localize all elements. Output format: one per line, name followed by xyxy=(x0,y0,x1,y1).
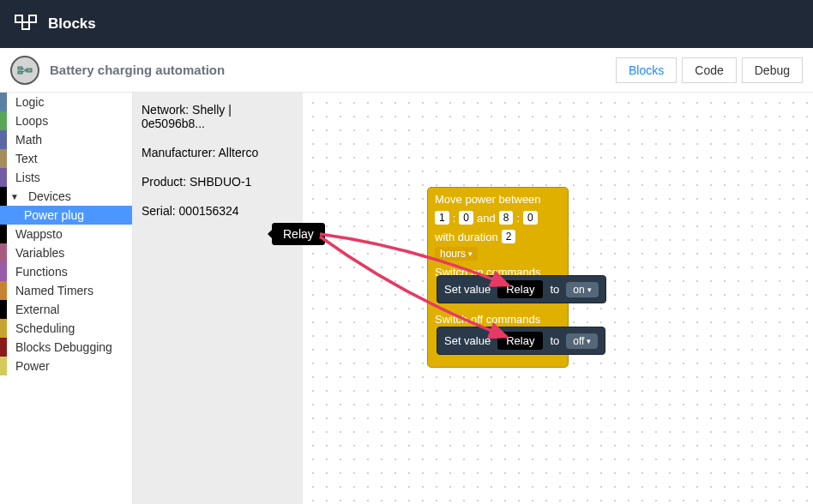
and-label: and xyxy=(477,212,496,225)
setval-to: to xyxy=(550,334,559,347)
category-color-indicator xyxy=(0,319,7,338)
duration-value-input[interactable]: 2 xyxy=(502,230,516,243)
sidebar-item-variables[interactable]: Variables xyxy=(0,243,132,262)
setval-prefix: Set value xyxy=(444,334,491,347)
switch-off-label: Switch off commands xyxy=(435,313,561,326)
sidebar-item-label: Power plug xyxy=(9,208,84,222)
sidebar-item-label: Functions xyxy=(9,265,68,279)
sidebar-item-blocks-debugging[interactable]: Blocks Debugging xyxy=(0,338,132,357)
tab-debug[interactable]: Debug xyxy=(742,57,803,83)
set-value-off-block[interactable]: Set value Relay to off xyxy=(437,327,605,355)
svg-rect-0 xyxy=(15,15,22,22)
sidebar-item-logic[interactable]: Logic xyxy=(0,93,132,111)
main-area: LogicLoopsMathTextLists▼DevicesPower plu… xyxy=(0,93,813,504)
sidebar-item-power-plug[interactable]: Power plug xyxy=(0,206,132,225)
setval-on-value-select[interactable]: on xyxy=(566,282,598,297)
time1-hour-input[interactable]: 1 xyxy=(435,211,449,225)
category-color-indicator xyxy=(0,111,7,130)
sidebar-item-external[interactable]: External xyxy=(0,300,132,319)
chevron-down-icon: ▼ xyxy=(10,192,19,201)
tab-blocks[interactable]: Blocks xyxy=(616,57,677,83)
sidebar-item-label: Variables xyxy=(9,246,64,260)
svg-rect-3 xyxy=(18,67,22,69)
time2-hour-input[interactable]: 8 xyxy=(499,211,514,225)
detail-network: Network: Shelly | 0e5096b8... xyxy=(142,103,294,130)
category-color-indicator xyxy=(0,130,7,149)
time2-min-input[interactable]: 0 xyxy=(523,211,538,225)
detail-manufacturer: Manufacturer: Allterco xyxy=(142,146,294,159)
category-color-indicator xyxy=(0,149,7,168)
setval-off-value-select[interactable]: off xyxy=(566,333,598,349)
sidebar-item-power[interactable]: Power xyxy=(0,357,132,375)
sidebar-item-text[interactable]: Text xyxy=(0,149,132,168)
category-color-indicator xyxy=(0,262,7,281)
tab-code[interactable]: Code xyxy=(682,57,736,83)
duration-unit-select[interactable]: hours xyxy=(435,247,478,261)
sidebar-item-label: Blocks Debugging xyxy=(9,340,112,354)
relay-source-block[interactable]: Relay xyxy=(272,223,325,245)
sidebar-item-label: Devices xyxy=(21,189,71,203)
svg-rect-5 xyxy=(27,69,32,72)
category-sidebar: LogicLoopsMathTextLists▼DevicesPower plu… xyxy=(0,93,133,504)
sidebar-item-label: Text xyxy=(9,152,38,165)
flow-icon xyxy=(10,56,39,85)
svg-rect-1 xyxy=(22,22,29,29)
duration-label: with duration xyxy=(435,231,498,243)
sidebar-item-scheduling[interactable]: Scheduling xyxy=(0,319,132,338)
category-color-indicator xyxy=(0,187,7,206)
block-title: Move power between xyxy=(435,193,561,206)
relay-chip-on[interactable]: Relay xyxy=(497,280,543,298)
sidebar-item-label: Scheduling xyxy=(9,321,75,335)
category-color-indicator xyxy=(0,168,7,187)
sidebar-item-label: Logic xyxy=(9,95,44,109)
top-header: Blocks xyxy=(0,0,813,48)
sidebar-item-functions[interactable]: Functions xyxy=(0,262,132,281)
sidebar-item-label: Power xyxy=(9,359,50,373)
blocks-logo-icon xyxy=(14,12,38,36)
category-color-indicator xyxy=(0,300,7,319)
category-color-indicator xyxy=(0,357,7,375)
detail-serial: Serial: 000156324 xyxy=(142,204,294,218)
device-details-panel: Network: Shelly | 0e5096b8... Manufactur… xyxy=(133,93,303,504)
time1-min-input[interactable]: 0 xyxy=(459,211,473,225)
sub-header: Battery charging automation Blocks Code … xyxy=(0,48,813,93)
detail-product: Product: SHBDUO-1 xyxy=(142,175,294,189)
svg-rect-2 xyxy=(29,15,36,22)
set-value-on-block[interactable]: Set value Relay to on xyxy=(437,275,606,303)
sidebar-item-label: Lists xyxy=(9,171,40,184)
sidebar-item-label: Loops xyxy=(9,114,48,128)
category-color-indicator xyxy=(0,338,7,357)
app-title: Blocks xyxy=(48,15,96,33)
sidebar-item-lists[interactable]: Lists xyxy=(0,168,132,187)
sidebar-item-named-timers[interactable]: Named Timers xyxy=(0,281,132,300)
category-color-indicator xyxy=(0,225,7,243)
sidebar-item-devices[interactable]: ▼Devices xyxy=(0,187,132,206)
setval-to: to xyxy=(550,283,559,296)
category-color-indicator xyxy=(0,243,7,262)
blockly-canvas[interactable]: Relay Move power between 1 : 0 and 8 : 0… xyxy=(303,93,813,504)
svg-rect-4 xyxy=(18,71,22,74)
sidebar-item-label: External xyxy=(9,303,59,316)
sidebar-item-math[interactable]: Math xyxy=(0,130,132,149)
sidebar-item-wappsto[interactable]: Wappsto xyxy=(0,225,132,243)
sidebar-item-label: Math xyxy=(9,133,42,147)
setval-prefix: Set value xyxy=(444,283,491,296)
relay-chip-off[interactable]: Relay xyxy=(497,332,543,350)
category-color-indicator xyxy=(0,93,7,111)
flow-title: Battery charging automation xyxy=(50,63,616,77)
category-color-indicator xyxy=(0,206,7,225)
sidebar-item-label: Wappsto xyxy=(9,227,63,241)
sidebar-item-label: Named Timers xyxy=(9,284,93,297)
category-color-indicator xyxy=(0,281,7,300)
sidebar-item-loops[interactable]: Loops xyxy=(0,111,132,130)
view-tabs: Blocks Code Debug xyxy=(616,57,803,83)
